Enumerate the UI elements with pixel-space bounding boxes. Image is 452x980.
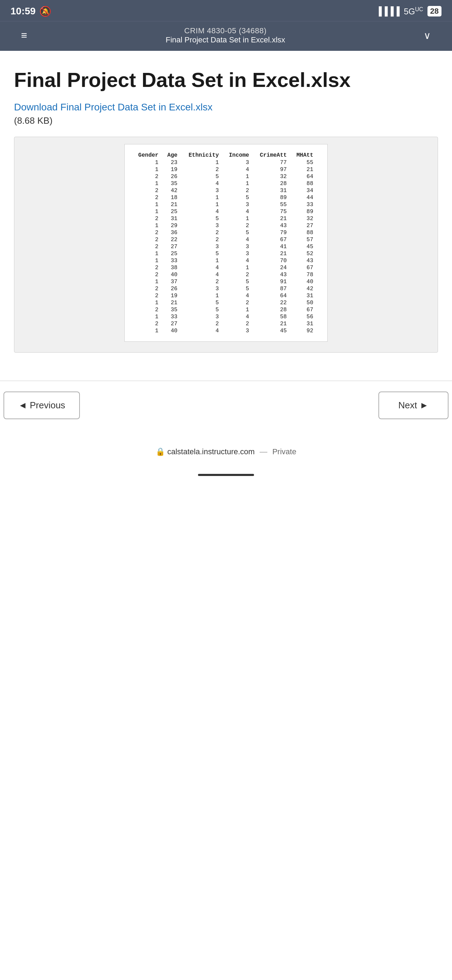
table-row: 121135533 [132,201,317,208]
table-cell: 42 [290,285,317,292]
table-cell: 5 [223,229,253,236]
col-header-age: Age [162,151,181,159]
table-cell: 23 [162,159,181,166]
table-cell: 2 [132,292,162,299]
table-cell: 38 [162,264,181,271]
data-table: Gender Age Ethnicity Income CrimeAtt MHA… [132,151,317,334]
table-cell: 33 [290,201,317,208]
table-cell: 32 [253,173,290,180]
table-cell: 88 [290,180,317,187]
table-cell: 3 [181,222,222,229]
table-cell: 1 [181,201,222,208]
hamburger-icon[interactable]: ≡ [21,29,27,41]
table-cell: 2 [132,173,162,180]
table-cell: 35 [162,306,181,313]
table-cell: 21 [290,166,317,173]
table-cell: 1 [132,166,162,173]
table-row: 236257988 [132,229,317,236]
table-cell: 1 [132,208,162,215]
table-row: 218158944 [132,194,317,201]
table-cell: 4 [223,208,253,215]
bell-icon: 🔕 [39,6,51,17]
table-row: 240424378 [132,271,317,278]
table-cell: 40 [162,328,181,334]
table-row: 137259140 [132,278,317,285]
table-cell: 87 [253,285,290,292]
table-cell: 26 [162,173,181,180]
network-type: 5GUC [404,6,423,16]
header-course: CRIM 4830-05 (34688) [27,26,423,35]
table-cell: 21 [162,299,181,306]
table-row: 226358742 [132,285,317,292]
table-cell: 1 [132,222,162,229]
table-cell: 1 [132,313,162,320]
table-cell: 2 [223,271,253,278]
table-cell: 29 [162,222,181,229]
table-cell: 3 [223,159,253,166]
table-cell: 44 [290,194,317,201]
table-cell: 4 [181,264,222,271]
table-cell: 2 [132,236,162,243]
table-cell: 3 [181,187,222,194]
table-cell: 5 [223,278,253,285]
table-cell: 58 [253,313,290,320]
table-cell: 3 [181,313,222,320]
next-button[interactable]: Next ► [379,391,449,419]
table-header-row: Gender Age Ethnicity Income CrimeAtt MHA… [132,151,317,159]
table-cell: 19 [162,166,181,173]
table-cell: 41 [253,243,290,250]
table-cell: 5 [223,194,253,201]
table-cell: 2 [181,236,222,243]
app-header: ≡ CRIM 4830-05 (34688) Final Project Dat… [0,21,452,51]
table-cell: 43 [253,271,290,278]
table-row: 133345856 [132,313,317,320]
table-cell: 26 [162,285,181,292]
table-row: 125532152 [132,250,317,257]
table-cell: 31 [162,215,181,222]
table-cell: 67 [290,306,317,313]
table-cell: 25 [162,208,181,215]
chevron-down-icon[interactable]: ∨ [423,30,431,41]
main-content: Final Project Data Set in Excel.xlsx Dow… [0,51,452,377]
footer-privacy: Private [272,447,296,456]
previous-button[interactable]: ◄ Previous [3,391,80,419]
table-cell: 21 [253,250,290,257]
table-cell: 2 [223,320,253,328]
home-indicator [198,474,254,476]
table-cell: 1 [181,159,222,166]
table-cell: 2 [181,320,222,328]
table-cell: 31 [290,320,317,328]
table-cell: 1 [132,159,162,166]
table-cell: 28 [253,306,290,313]
table-cell: 64 [290,173,317,180]
battery-indicator: 28 [428,6,441,16]
col-header-ethnicity: Ethnicity [181,151,222,159]
table-cell: 27 [162,320,181,328]
table-row: 227334145 [132,243,317,250]
table-cell: 67 [290,264,317,271]
table-row: 226513264 [132,173,317,180]
table-cell: 22 [162,236,181,243]
table-cell: 33 [162,313,181,320]
download-link[interactable]: Download Final Project Data Set in Excel… [14,102,212,113]
table-cell: 2 [132,194,162,201]
table-row: 129324327 [132,222,317,229]
table-cell: 2 [181,278,222,285]
table-cell: 1 [181,292,222,299]
table-cell: 1 [132,278,162,285]
table-cell: 3 [223,201,253,208]
table-cell: 25 [162,250,181,257]
table-cell: 4 [181,208,222,215]
table-cell: 1 [132,180,162,187]
table-cell: 4 [223,313,253,320]
table-cell: 4 [181,328,222,334]
status-time: 10:59 🔕 [11,6,51,17]
table-row: 235512867 [132,306,317,313]
table-cell: 3 [223,250,253,257]
table-cell: 45 [290,243,317,250]
table-cell: 91 [253,278,290,285]
table-cell: 2 [223,187,253,194]
table-cell: 4 [223,236,253,243]
table-cell: 55 [290,159,317,166]
table-row: 140434592 [132,328,317,334]
